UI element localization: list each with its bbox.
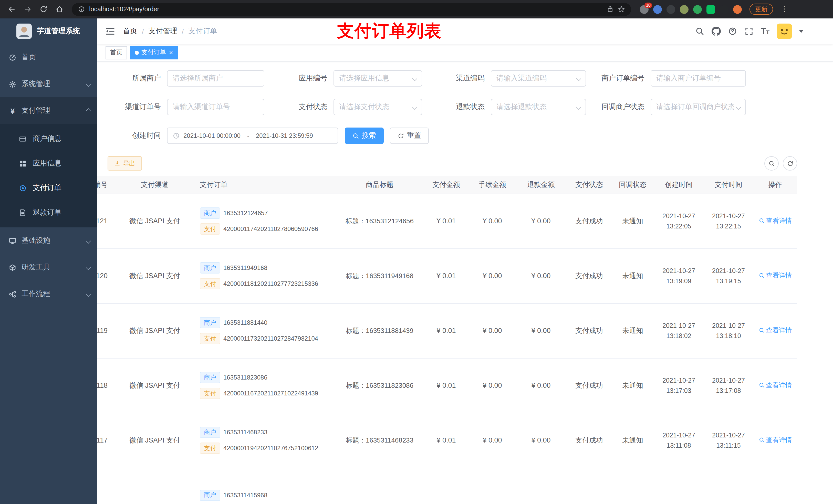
cell-paid: 2021-10-2713:22:15 (704, 194, 753, 248)
logo-avatar (16, 24, 32, 39)
channel-code-select[interactable]: 请输入渠道编码 (491, 70, 586, 87)
github-icon[interactable] (712, 27, 721, 36)
cell-fee: ¥ 0.00 (469, 358, 515, 413)
user-avatar[interactable] (777, 24, 792, 39)
page-annotation: 支付订单列表 (337, 20, 442, 43)
channel-order-no-input[interactable]: 请输入渠道订单号 (167, 99, 264, 115)
search-icon (759, 328, 765, 334)
address-bar[interactable]: localhost:1024/pay/order (72, 3, 631, 16)
fullscreen-icon[interactable] (745, 27, 754, 36)
cell-status (567, 467, 612, 504)
cell-refund (515, 467, 567, 504)
sidebar-item-refund-order[interactable]: 退款订单 (0, 200, 97, 225)
cell-callback: 未通知 (612, 413, 654, 467)
close-tab-icon[interactable]: × (169, 49, 173, 56)
view-detail-link[interactable]: 查看详情 (759, 381, 792, 390)
sidebar-item-home[interactable]: 首页 (0, 44, 97, 71)
sidebar-item-app-info[interactable]: 应用信息 (0, 151, 97, 176)
view-detail-link[interactable]: 查看详情 (759, 436, 792, 445)
placeholder-text: 请输入商户订单编号 (656, 74, 740, 83)
page-content: 所属商户请选择所属商户应用编号请选择应用信息渠道编码请输入渠道编码商户订单编号请… (97, 62, 833, 504)
view-detail-label: 查看详情 (766, 271, 792, 280)
cell-action: 查看详情 (753, 303, 797, 358)
sidebar: 芋道管理系统 首页系统管理¥支付管理商户信息应用信息支付订单退款订单基础设施研发… (0, 19, 97, 504)
extension-icon-1[interactable]: 10 (640, 5, 648, 14)
sidebar-toggle-icon[interactable] (105, 26, 115, 37)
breadcrumb-item[interactable]: 支付管理 (148, 27, 177, 36)
cell-created: 2021-10-2713:22:05 (654, 194, 704, 248)
cell-id: 117 (97, 413, 112, 467)
sidebar-item-workflow[interactable]: 工作流程 (0, 281, 97, 307)
refresh-icon (787, 160, 793, 167)
cell-status: 支付成功 (567, 194, 612, 248)
cell-channel (112, 467, 198, 504)
pay-status-select[interactable]: 请选择支付状态 (334, 99, 422, 115)
breadcrumb-item: 支付订单 (189, 27, 217, 36)
sidebar-item-payment[interactable]: ¥支付管理 (0, 97, 97, 124)
filter-item-app-no: 应用编号请选择应用信息 (264, 70, 422, 87)
cell-created (654, 467, 704, 504)
merchant-tag: 商户 (200, 317, 220, 328)
tab-pay-order[interactable]: 支付订单× (130, 46, 177, 59)
cell-status: 支付成功 (567, 248, 612, 303)
sidebar-item-pay-order[interactable]: 支付订单 (0, 176, 97, 200)
placeholder-text: 请输入渠道订单号 (173, 102, 259, 112)
view-detail-link[interactable]: 查看详情 (759, 326, 792, 335)
sidebar-item-merchant-info[interactable]: 商户信息 (0, 126, 97, 151)
extension-icon-3[interactable] (667, 5, 675, 14)
col-header: 退款金额 (515, 176, 567, 194)
table-row: 117微信 JSAPI 支付商户1635311468233支付420000119… (97, 413, 797, 467)
extension-icon-4[interactable] (680, 5, 689, 14)
notify-status-select[interactable]: 请选择订单回调商户状态 (651, 99, 746, 115)
active-dot-icon (135, 50, 139, 54)
refund-status-select[interactable]: 请选择退款状态 (491, 99, 586, 115)
merchant-input[interactable]: 请选择所属商户 (167, 70, 264, 87)
extension-icon-5[interactable] (693, 5, 702, 14)
help-doc-icon[interactable] (728, 27, 737, 36)
share-icon[interactable] (606, 6, 614, 13)
user-menu-caret-icon[interactable] (799, 30, 803, 35)
reset-button[interactable]: 重置 (390, 127, 429, 144)
search-icon (768, 160, 775, 167)
reload-button[interactable] (37, 3, 50, 16)
text-size-icon[interactable]: TT (761, 27, 769, 35)
view-detail-link[interactable]: 查看详情 (759, 271, 792, 280)
sidebar-item-dev-tools[interactable]: 研发工具 (0, 254, 97, 281)
back-button[interactable] (5, 3, 19, 16)
sidebar-item-infrastructure[interactable]: 基础设施 (0, 227, 97, 254)
create-time-range-picker[interactable]: 2021-10-01 00:00:00 - 2021-10-31 23:59:5… (167, 127, 338, 144)
gear-icon (9, 80, 16, 88)
forward-button[interactable] (21, 3, 34, 16)
export-button[interactable]: 导出 (108, 156, 142, 171)
extension-icon-6[interactable] (707, 5, 715, 14)
bookmark-star-icon[interactable] (618, 6, 625, 13)
view-detail-link[interactable]: 查看详情 (759, 217, 792, 225)
app-no-select[interactable]: 请选择应用信息 (334, 70, 422, 87)
header-search-icon[interactable] (695, 27, 705, 36)
merchant-tag: 商户 (200, 208, 220, 219)
extension-icon-2[interactable] (653, 5, 662, 14)
toggle-search-button[interactable] (764, 156, 779, 171)
breadcrumb-item[interactable]: 首页 (123, 27, 137, 36)
update-button[interactable]: 更新 (749, 4, 773, 15)
merchant-tag: 商户 (200, 427, 220, 438)
extension-icon-7[interactable] (720, 5, 729, 14)
cell-action (753, 467, 797, 504)
sidebar-item-system[interactable]: 系统管理 (0, 71, 97, 97)
site-info-icon[interactable] (78, 6, 85, 13)
home-button[interactable] (53, 3, 66, 16)
cell-channel: 微信 JSAPI 支付 (112, 303, 198, 358)
extension-icon-8[interactable] (733, 5, 742, 14)
refresh-table-button[interactable] (783, 156, 797, 171)
order-no: 1635311881440 (223, 319, 267, 326)
placeholder-text: 请选择退款状态 (496, 102, 574, 112)
browser-menu-icon[interactable]: ⋮ (778, 3, 791, 16)
cell-action: 查看详情 (753, 413, 797, 467)
search-button[interactable]: 搜索 (345, 127, 384, 144)
placeholder-text: 请输入渠道编码 (496, 74, 574, 83)
merchant-order-no-input[interactable]: 请输入商户订单编号 (651, 70, 746, 87)
sidebar-menu: 首页系统管理¥支付管理商户信息应用信息支付订单退款订单基础设施研发工具工作流程 (0, 44, 97, 307)
pay-tag: 支付 (200, 278, 220, 289)
tab-home[interactable]: 首页 (105, 46, 127, 59)
refresh-icon (398, 133, 404, 139)
